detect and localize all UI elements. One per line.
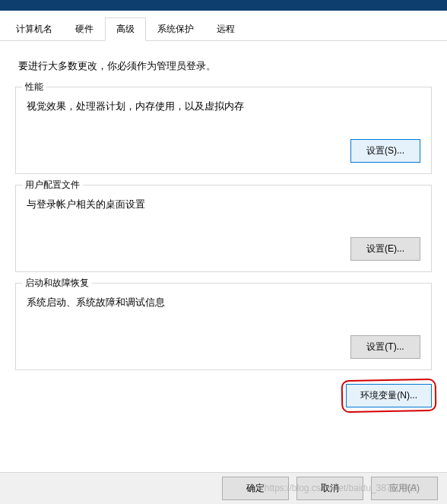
group-user-profiles-title: 用户配置文件 (22, 179, 83, 192)
group-startup-recovery: 启动和故障恢复 系统启动、系统故障和调试信息 设置(T)... (15, 283, 432, 370)
performance-settings-button[interactable]: 设置(S)... (350, 139, 420, 163)
group-performance: 性能 视觉效果，处理器计划，内存使用，以及虚拟内存 设置(S)... (15, 87, 432, 174)
environment-variables-button[interactable]: 环境变量(N)... (346, 384, 432, 407)
tab-hardware[interactable]: 硬件 (64, 17, 105, 41)
startup-recovery-settings-button[interactable]: 设置(T)... (350, 335, 420, 359)
group-performance-desc: 视觉效果，处理器计划，内存使用，以及虚拟内存 (27, 100, 420, 113)
apply-button[interactable]: 应用(A) (371, 477, 438, 500)
group-performance-title: 性能 (22, 81, 46, 94)
tab-content: 要进行大多数更改，你必须作为管理员登录。 性能 视觉效果，处理器计划，内存使用，… (0, 41, 447, 407)
ok-button[interactable]: 确定 (222, 477, 289, 500)
user-profiles-settings-button[interactable]: 设置(E)... (350, 237, 420, 261)
tab-system-protection[interactable]: 系统保护 (146, 17, 205, 41)
group-user-profiles: 用户配置文件 与登录帐户相关的桌面设置 设置(E)... (15, 185, 432, 272)
tab-remote[interactable]: 远程 (205, 17, 246, 41)
tab-advanced[interactable]: 高级 (105, 17, 146, 41)
dialog-button-bar: 确定 取消 应用(A) (0, 472, 447, 504)
tab-strip: 计算机名 硬件 高级 系统保护 远程 (0, 11, 447, 41)
intro-text: 要进行大多数更改，你必须作为管理员登录。 (18, 59, 429, 73)
cancel-button[interactable]: 取消 (296, 477, 363, 500)
group-user-profiles-desc: 与登录帐户相关的桌面设置 (27, 198, 420, 211)
group-startup-recovery-desc: 系统启动、系统故障和调试信息 (27, 296, 420, 309)
tab-computer-name[interactable]: 计算机名 (5, 17, 64, 41)
group-startup-recovery-title: 启动和故障恢复 (22, 277, 92, 290)
title-bar (0, 0, 447, 11)
